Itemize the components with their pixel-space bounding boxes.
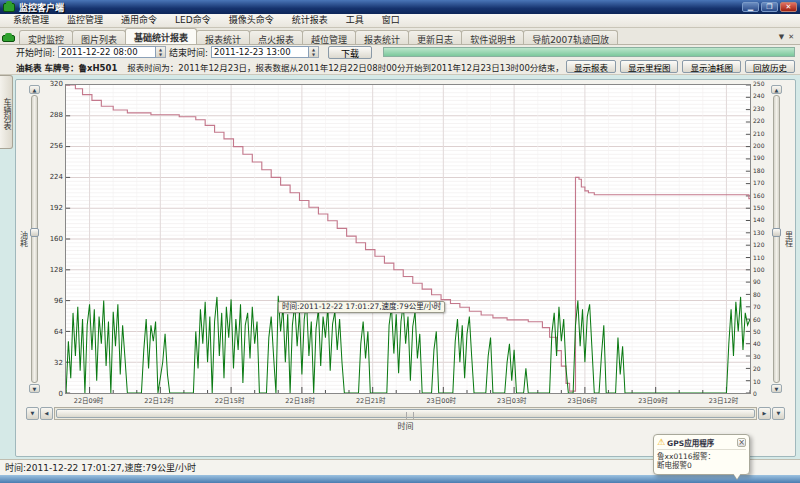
menu-item-1[interactable]: 监控管理 (58, 14, 112, 27)
vehicle-panel-toggle-icon[interactable] (2, 30, 16, 42)
right-slider-down-icon[interactable]: ▼ (771, 384, 782, 393)
right-axis-tick-label: 160 (753, 193, 764, 199)
scrollbar-right-dropdown-icon[interactable]: ▼ (772, 407, 785, 420)
menu-item-0[interactable]: 系统管理 (4, 14, 58, 27)
end-time-label: 结束时间: (169, 46, 208, 59)
right-slider-track[interactable] (773, 95, 780, 383)
sidebar-vehicle-list-tab[interactable]: 车辆列表 (0, 75, 13, 149)
x-axis-title: 时间 (18, 420, 793, 431)
scrollbar-left-arrow-icon[interactable]: ◀ (40, 407, 53, 420)
right-axis-tick-label: 140 (753, 217, 764, 223)
x-axis-tick-label: 23日06时 (568, 395, 598, 405)
menu-item-6[interactable]: 工具 (337, 14, 373, 27)
report-summary-text: 油耗表 车牌号：鲁xH501报表时间为：2011年12月23日，报表数据从201… (16, 61, 562, 73)
left-slider-down-icon[interactable]: ▼ (29, 384, 40, 393)
show-mileage-chart-button[interactable]: 显示里程图 (620, 60, 679, 73)
x-axis-tick-label: 22日18时 (285, 395, 315, 405)
x-axis-tick-label: 23日09时 (638, 395, 668, 405)
x-axis-tick-label: 22日21时 (356, 395, 386, 405)
start-time-label: 开始时间: (16, 46, 55, 59)
tab-2[interactable]: 基础统计报表 (125, 28, 197, 44)
menu-item-3[interactable]: LED命令 (166, 14, 220, 27)
right-axis-tick-label: 230 (753, 106, 764, 112)
tab-strip: 实时监控图片列表基础统计报表报表统计点火报表越位管理报表统计更新日志软件说明书导… (19, 28, 775, 44)
left-axis-tick-label: 0 (59, 391, 63, 398)
right-axis-tick-label: 70 (753, 304, 761, 310)
tab-scroll-dropdown-icon[interactable]: ▼ (779, 33, 784, 41)
playback-history-button[interactable]: 回放历史 (745, 60, 795, 73)
right-axis-tick-label: 60 (753, 317, 761, 323)
chart-panel: 油耗 ▲ ▼ 3202882562241921601289664320 时间:2… (15, 79, 796, 457)
right-axis-tick-label: 130 (753, 230, 764, 236)
x-axis-tick-label: 22日12时 (144, 395, 174, 405)
plot-area[interactable]: 时间:2011-12-22 17:01:27,速度:79公里/小时 (65, 84, 751, 394)
notification-line1: 鲁xx0116报警： (657, 452, 746, 461)
show-report-button[interactable]: 显示报表 (566, 60, 616, 73)
notification-popup: ⚠ GPS应用程序 × 鲁xx0116报警： 断电报警0 (653, 434, 750, 475)
scrollbar-left-dropdown-icon[interactable]: ▼ (26, 407, 39, 420)
notification-line2: 断电报警0 (657, 461, 746, 470)
left-axis-tick-label: 128 (50, 267, 63, 274)
right-axis-tick-label: 200 (753, 143, 764, 149)
end-time-spinner[interactable]: ▲▼ (309, 46, 319, 58)
tab-4[interactable]: 点火报表 (249, 30, 303, 44)
tab-3[interactable]: 报表统计 (196, 30, 250, 44)
left-slider-track[interactable] (31, 95, 38, 383)
tab-1[interactable]: 图片列表 (72, 30, 126, 44)
show-fuel-chart-button[interactable]: 显示油耗图 (682, 60, 741, 73)
end-time-input[interactable] (211, 46, 309, 58)
right-axis-labels: 2502402302202102001901801701601501401301… (751, 84, 770, 394)
scrollbar-track[interactable] (54, 407, 757, 420)
left-axis-tick-label: 96 (54, 298, 63, 305)
left-axis-tick-label: 224 (50, 174, 63, 181)
left-slider-thumb[interactable] (30, 228, 39, 237)
menu-item-7[interactable]: 窗口 (373, 14, 409, 27)
tab-5[interactable]: 越位管理 (302, 30, 356, 44)
menu-item-4[interactable]: 摄像头命令 (220, 14, 283, 27)
maximize-button[interactable]: ❐ (761, 2, 778, 12)
right-axis-tick-label: 110 (753, 255, 764, 261)
left-axis-zoom-slider: ▲ ▼ (28, 84, 41, 394)
window-title: 监控客户端 (19, 1, 742, 14)
right-axis-tick-label: 50 (753, 329, 761, 335)
menu-item-2[interactable]: 通用命令 (112, 14, 166, 27)
right-slider-up-icon[interactable]: ▲ (771, 85, 782, 94)
right-axis-tick-label: 80 (753, 292, 761, 298)
title-bar: 监控客户端 ▁ ❐ ✕ (0, 0, 800, 14)
tab-9[interactable]: 导航2007轨迹回放 (523, 30, 618, 44)
chart-scrollbar: ▼ ◀ ▶ ▼ (26, 407, 785, 420)
right-axis-tick-label: 250 (753, 81, 764, 87)
close-button[interactable]: ✕ (780, 2, 797, 12)
left-slider-up-icon[interactable]: ▲ (29, 85, 40, 94)
left-axis-tick-label: 288 (50, 112, 63, 119)
taskbar-strip (0, 475, 800, 483)
tab-8[interactable]: 软件说明书 (461, 30, 524, 44)
start-time-spinner[interactable]: ▲▼ (156, 46, 166, 58)
right-axis-zoom-slider: ▲ ▼ (770, 84, 783, 394)
tab-close-icon[interactable]: ✕ (788, 33, 794, 41)
left-axis-tick-label: 32 (54, 360, 63, 367)
right-axis-tick-label: 170 (753, 180, 764, 186)
right-axis-tick-label: 240 (753, 93, 764, 99)
tab-6[interactable]: 报表统计 (355, 30, 409, 44)
scrollbar-thumb[interactable] (56, 409, 755, 418)
notification-title: GPS应用程序 (667, 437, 735, 448)
window-controls: ▁ ❐ ✕ (742, 2, 797, 12)
download-button[interactable]: 下载 (328, 46, 372, 59)
right-axis-tick-label: 0 (753, 391, 757, 397)
x-axis-tick-label: 22日15时 (215, 395, 245, 405)
right-axis-tick-label: 10 (753, 379, 761, 385)
scrollbar-right-arrow-icon[interactable]: ▶ (758, 407, 771, 420)
start-time-input[interactable] (58, 46, 156, 58)
tab-0[interactable]: 实时监控 (19, 30, 73, 44)
x-axis-labels: 22日09时22日12时22日15时22日18时22日21时23日00时23日0… (65, 395, 747, 405)
tab-7[interactable]: 更新日志 (408, 30, 462, 44)
menu-item-5[interactable]: 统计报表 (283, 14, 337, 27)
notification-close-icon[interactable]: × (737, 438, 746, 447)
chart-tooltip: 时间:2011-12-22 17:01:27,速度:79公里/小时 (278, 301, 445, 313)
right-axis-tick-label: 150 (753, 205, 764, 211)
status-bar-text: 时间:2011-12-22 17:01:27,速度:79公里/小时 (5, 461, 196, 474)
right-slider-thumb[interactable] (772, 228, 781, 237)
report-toolbar: 开始时间: ▲▼ 结束时间: ▲▼ 下载 (0, 45, 800, 59)
minimize-button[interactable]: ▁ (742, 2, 759, 12)
